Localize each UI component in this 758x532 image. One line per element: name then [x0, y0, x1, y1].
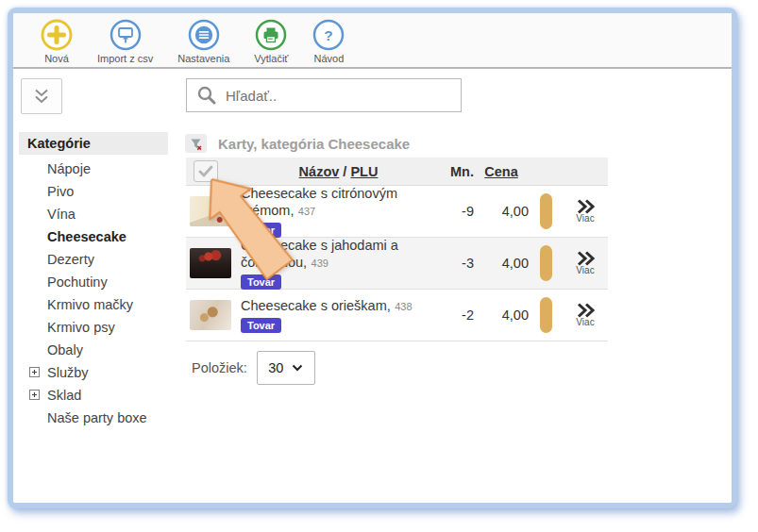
sidebar-item-nase-party-boxe[interactable]: Naše party boxe [19, 407, 177, 429]
settings-icon [188, 19, 220, 51]
product-name: Cheesecake s orieškam [241, 298, 387, 313]
double-chevron-right-icon [574, 251, 597, 266]
stock-level-bar [540, 193, 552, 229]
category-list: Nápoje Pivo Vína Cheesecake Dezerty Poch… [19, 158, 177, 429]
items-per-page-label: Položiek: [192, 360, 247, 375]
product-type-badge: Tovar [241, 318, 281, 333]
toolbar-button-label: Nastavenia [177, 53, 229, 64]
import-csv-button[interactable]: Import z csv [85, 19, 165, 64]
search-input[interactable] [226, 88, 451, 104]
sidebar-item-pochutiny[interactable]: Pochutiny [19, 271, 177, 293]
sidebar-item-vina[interactable]: Vína [19, 203, 177, 225]
settings-button[interactable]: Nastavenia [165, 19, 242, 64]
help-button[interactable]: ? Návod [300, 19, 357, 64]
sidebar-item-pivo[interactable]: Pivo [19, 180, 177, 203]
window-frame: Nová Import z csv Nastavenia [8, 8, 737, 508]
sidebar-header-categories[interactable]: Kategórie [19, 132, 168, 155]
product-price: 4,00 [474, 308, 529, 323]
expand-plus-icon[interactable] [29, 367, 40, 377]
products-table: Názov / PLU Mn. Cena Cheesecake s citrón… [186, 158, 608, 341]
print-button[interactable]: Vytlačiť [242, 19, 300, 64]
table-row[interactable]: Cheesecake s orieškam, 438 Tovar -2 4,00… [186, 290, 608, 341]
more-button[interactable]: Viac [563, 199, 608, 224]
sort-by-plu-link[interactable]: PLU [350, 164, 378, 179]
sidebar-item-cheesecake[interactable]: Cheesecake [19, 225, 177, 248]
product-quantity: -2 [430, 308, 474, 323]
pagination: Položiek: 30 [192, 351, 315, 385]
sidebar-item-sluzby[interactable]: Služby [19, 361, 177, 384]
page-title: Karty, kategória Cheesecake [218, 136, 410, 152]
toolbar-button-label: Nová [44, 53, 69, 64]
sort-by-price-link[interactable]: Cena [474, 164, 529, 179]
product-type-badge: Tovar [241, 274, 281, 290]
toolbar-button-label: Import z csv [97, 53, 153, 64]
more-button[interactable]: Viac [563, 251, 608, 275]
sidebar-item-krmivo-psy[interactable]: Krmivo psy [19, 316, 177, 339]
chevron-down-icon [292, 364, 303, 372]
plus-icon [41, 19, 73, 51]
sidebar-item-krmivo-macky[interactable]: Krmivo mačky [19, 293, 177, 316]
product-thumbnail [190, 300, 231, 330]
product-name: Cheesecake s citrónovým krémom [241, 186, 397, 218]
select-all-checkbox[interactable] [194, 160, 218, 182]
stock-level-bar [540, 297, 552, 333]
stock-level-bar [540, 245, 552, 281]
sidebar-item-obaly[interactable]: Obaly [19, 339, 177, 361]
search-icon [196, 85, 217, 106]
items-per-page-select[interactable]: 30 [257, 351, 315, 385]
search-box [186, 78, 462, 112]
toolbar: Nová Import z csv Nastavenia [13, 13, 732, 69]
svg-text:?: ? [325, 27, 333, 43]
product-quantity: -9 [430, 204, 474, 219]
more-button[interactable]: Viac [563, 303, 608, 327]
new-card-button[interactable]: Nová [28, 19, 85, 64]
product-thumbnail [190, 196, 231, 226]
product-price: 4,00 [474, 256, 529, 271]
sort-by-name-link[interactable]: Názov [299, 164, 340, 179]
printer-icon [255, 19, 287, 51]
double-chevron-right-icon [574, 199, 597, 214]
expand-plus-icon[interactable] [29, 390, 40, 400]
sidebar-collapse-button[interactable] [21, 78, 62, 114]
product-plu: 438 [395, 301, 412, 312]
table-row[interactable]: Cheesecake s citrónovým krémom, 437 Tova… [186, 186, 608, 238]
import-csv-icon [109, 19, 142, 51]
toolbar-button-label: Návod [314, 53, 345, 64]
double-chevron-right-icon [574, 303, 597, 318]
product-quantity: -3 [430, 256, 474, 271]
more-button-label: Viac [576, 213, 594, 224]
sidebar-item-dezerty[interactable]: Dezerty [19, 248, 177, 271]
more-button-label: Viac [576, 317, 594, 327]
column-header-name-plu: Názov / PLU [218, 164, 430, 179]
toolbar-button-label: Vytlačiť [254, 53, 288, 64]
sidebar-item-napoje[interactable]: Nápoje [19, 158, 177, 180]
more-button-label: Viac [576, 265, 594, 275]
column-header-quantity: Mn. [430, 164, 474, 179]
product-type-badge: Tovar [241, 223, 281, 238]
page-title-row: Karty, kategória Cheesecake [185, 134, 410, 153]
product-thumbnail [190, 248, 231, 278]
help-icon: ? [312, 19, 345, 51]
double-chevron-down-icon [30, 86, 53, 107]
product-plu: 437 [298, 206, 315, 217]
sidebar-item-sklad[interactable]: Sklad [19, 384, 177, 407]
product-plu: 439 [312, 258, 328, 269]
checkmark-icon [198, 165, 213, 177]
product-price: 4,00 [474, 204, 529, 219]
table-header: Názov / PLU Mn. Cena [186, 158, 608, 186]
app-window: Nová Import z csv Nastavenia [13, 13, 732, 503]
remove-filter-icon [189, 137, 203, 151]
remove-filter-button[interactable] [185, 134, 207, 153]
table-row[interactable]: Cheesecake s jahodami a čokoládou, 439 T… [186, 238, 608, 290]
